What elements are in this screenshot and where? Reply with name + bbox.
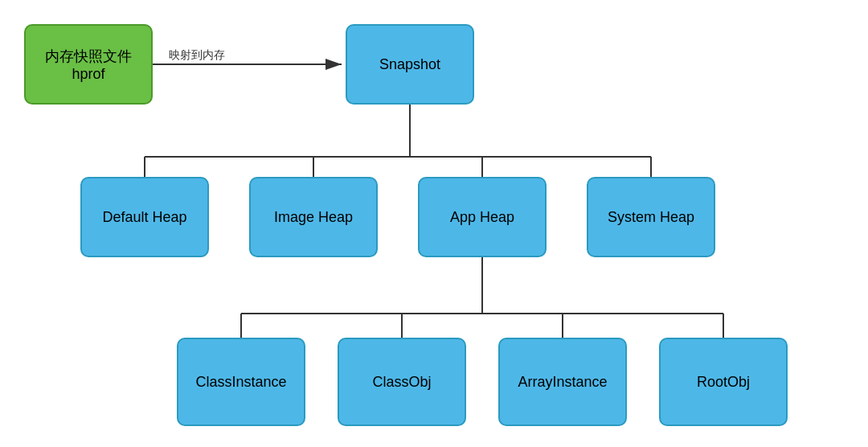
arrow-label: 映射到内存 [169, 48, 225, 63]
node-class-obj: ClassObj [338, 338, 466, 426]
node-class-instance: ClassInstance [177, 338, 305, 426]
node-root-obj-label: RootObj [697, 374, 750, 391]
node-snapshot-label: Snapshot [379, 56, 440, 73]
node-system-heap-label: System Heap [608, 209, 694, 226]
node-class-instance-label: ClassInstance [195, 374, 286, 391]
node-hprof-line2: hprof [72, 66, 104, 83]
node-image-heap-label: Image Heap [274, 209, 353, 226]
node-app-heap: App Heap [418, 177, 547, 257]
node-image-heap: Image Heap [249, 177, 378, 257]
node-hprof: 内存快照文件 hprof [24, 24, 153, 105]
node-array-instance: ArrayInstance [498, 338, 627, 426]
node-snapshot: Snapshot [346, 24, 474, 105]
node-system-heap: System Heap [587, 177, 715, 257]
node-array-instance-label: ArrayInstance [518, 374, 607, 391]
node-default-heap-label: Default Heap [102, 209, 186, 226]
node-root-obj: RootObj [659, 338, 788, 426]
node-default-heap: Default Heap [80, 177, 209, 257]
node-class-obj-label: ClassObj [372, 374, 431, 391]
node-hprof-line1: 内存快照文件 [45, 47, 132, 66]
diagram: 映射到内存 内存快照文件 hprof Snapshot Default Heap… [0, 0, 868, 447]
node-app-heap-label: App Heap [450, 209, 514, 226]
